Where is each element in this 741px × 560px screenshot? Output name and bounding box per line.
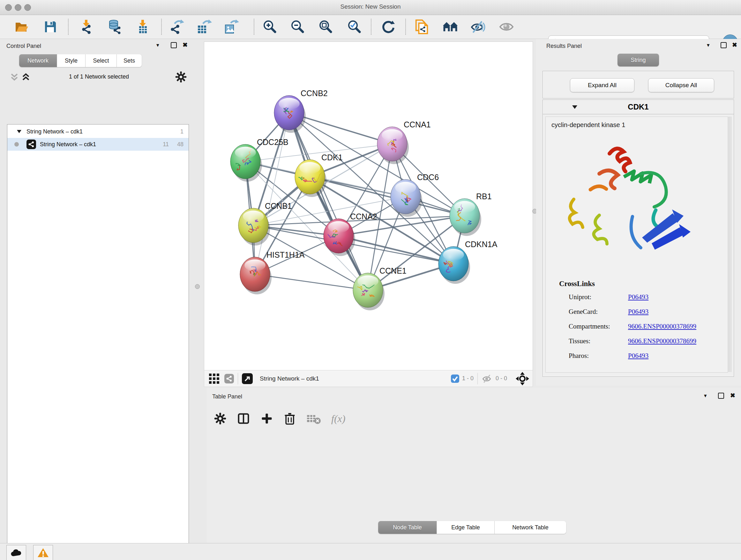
export-network-icon <box>170 19 185 35</box>
results-panel-tabs: String <box>617 54 659 66</box>
network-graph: CCNB2CCNA1CDC25BCDK1CDC6RB1CCNB1CCNA2CDK… <box>204 42 533 370</box>
crosslink-link[interactable]: 9606.ENSP00000378699 <box>628 322 696 330</box>
export-table-button[interactable] <box>197 19 212 35</box>
export-image-icon <box>224 19 239 35</box>
network-view-title: String Network – cdk1 <box>260 375 451 382</box>
zoom-selected-button[interactable] <box>347 19 362 35</box>
open-session-button[interactable] <box>14 19 29 35</box>
panel-float-icon[interactable] <box>171 42 177 48</box>
export-table-icon <box>197 19 212 35</box>
warning-icon <box>37 548 49 558</box>
hidden-eye-slash-icon[interactable] <box>482 374 493 383</box>
tab-select[interactable]: Select <box>85 54 117 67</box>
network-canvas[interactable]: CCNB2CCNA1CDC25BCDK1CDC6RB1CCNB1CCNA2CDK… <box>204 42 533 370</box>
open-in-window-icon[interactable] <box>242 373 253 384</box>
crosslink-link[interactable]: 9606.ENSP00000378699 <box>628 337 696 345</box>
tab-node-table[interactable]: Node Table <box>378 521 437 534</box>
protein-section-header[interactable]: CDK1 <box>543 100 734 114</box>
section-expander-icon[interactable] <box>571 105 578 110</box>
collection-expander-icon[interactable] <box>16 129 22 134</box>
first-neighbors-button[interactable] <box>443 19 458 35</box>
protein-structure-image <box>558 136 702 273</box>
node-label-CCNA2: CCNA2 <box>350 212 377 221</box>
cloud-services-button[interactable] <box>6 545 26 560</box>
delete-column-icon[interactable] <box>283 412 296 425</box>
export-network-button[interactable] <box>170 19 185 35</box>
network-edge-CCNB2-CCNE1[interactable] <box>289 113 368 290</box>
toolbar-separator <box>68 19 69 35</box>
birds-eye-view-icon[interactable] <box>515 372 529 386</box>
panel-float-icon[interactable] <box>718 393 724 399</box>
node-label-CDK1: CDK1 <box>321 153 343 162</box>
first-neighbors-icon <box>443 20 458 34</box>
refresh-icon <box>381 19 396 34</box>
panel-float-icon[interactable] <box>721 42 727 48</box>
tab-network[interactable]: Network <box>19 54 57 67</box>
show-all-button[interactable] <box>499 19 514 35</box>
grid-view-icon[interactable] <box>208 373 220 384</box>
show-columns-icon[interactable] <box>237 412 250 425</box>
toolbar-separator <box>405 19 406 35</box>
add-column-icon[interactable] <box>260 412 273 425</box>
protein-name: CDK1 <box>578 103 698 111</box>
zoom-in-button[interactable] <box>262 19 277 35</box>
control-panel-title: Control Panel <box>6 43 41 50</box>
zoom-fit-button[interactable] <box>318 19 333 35</box>
panel-menu-icon[interactable]: ▾ <box>707 42 710 49</box>
tab-edge-table[interactable]: Edge Table <box>437 521 495 534</box>
import-network-database-button[interactable] <box>107 19 122 35</box>
table-options-gear-icon[interactable] <box>214 412 226 425</box>
panel-close-icon[interactable]: ✖ <box>732 41 737 49</box>
crosslink-label: Uniprot: <box>569 293 591 301</box>
import-network-icon <box>79 19 93 35</box>
apply-layout-button[interactable] <box>381 19 396 35</box>
delete-table-icon[interactable] <box>307 413 321 425</box>
eye-icon <box>499 20 514 34</box>
function-builder-icon[interactable]: f(x) <box>331 413 345 425</box>
crosslink-label: Pharos: <box>569 352 589 360</box>
warnings-button[interactable] <box>33 545 53 560</box>
panel-close-icon[interactable]: ✖ <box>730 392 735 399</box>
tab-sets[interactable]: Sets <box>117 54 142 67</box>
tab-string[interactable]: String <box>617 54 659 66</box>
tab-style[interactable]: Style <box>57 54 85 67</box>
zoom-out-button[interactable] <box>290 19 305 35</box>
panel-close-icon[interactable]: ✖ <box>183 41 188 49</box>
network-thumbnail-icon[interactable] <box>224 374 234 383</box>
import-network-file-button[interactable] <box>78 19 94 35</box>
network-edge-CCNE1-HIST1H1A[interactable] <box>255 274 368 290</box>
export-image-button[interactable] <box>224 19 239 35</box>
network-row[interactable]: String Network – cdk1 11 48 <box>7 138 189 151</box>
title-bar: Session: New Session <box>0 0 741 15</box>
panel-menu-icon[interactable]: ▾ <box>704 392 707 399</box>
crosslink-link[interactable]: P06493 <box>628 293 649 301</box>
table-panel-title: Table Panel <box>212 393 242 400</box>
footer-separator <box>477 373 478 384</box>
collection-name: String Network – cdk1 <box>26 128 180 135</box>
expand-all-networks-icon[interactable] <box>10 73 19 83</box>
clone-network-button[interactable] <box>414 19 429 35</box>
network-edge-CDK1-RB1[interactable] <box>310 177 465 216</box>
selected-checkbox-icon[interactable] <box>451 374 460 383</box>
protein-details: cyclin-dependent kinase 1 CrossLinks Uni… <box>545 117 728 373</box>
hidden-nodes-edges-count: 0 - 0 <box>495 375 507 382</box>
collapse-all-button[interactable]: Collapse All <box>648 78 714 92</box>
network-collection-row[interactable]: String Network – cdk1 1 <box>7 125 189 138</box>
crosslink-link[interactable]: P06493 <box>628 352 649 360</box>
collapse-all-networks-icon[interactable] <box>21 73 30 83</box>
tab-network-table[interactable]: Network Table <box>495 521 566 534</box>
node-label-RB1: RB1 <box>476 192 492 201</box>
network-list: String Network – cdk1 1 String Network –… <box>7 124 189 560</box>
hide-selected-button[interactable] <box>470 19 486 35</box>
node-label-CCNA1: CCNA1 <box>404 120 431 129</box>
crosslink-label: Compartments: <box>569 322 610 330</box>
panel-menu-icon[interactable]: ▾ <box>156 42 159 49</box>
crosslink-link[interactable]: P06493 <box>628 308 649 316</box>
results-panel-title: Results Panel <box>546 43 582 50</box>
network-options-gear-button[interactable] <box>175 71 187 84</box>
vertical-splitter-handle[interactable] <box>195 284 200 289</box>
import-table-button[interactable] <box>135 19 150 35</box>
save-session-button[interactable] <box>43 19 58 35</box>
results-scrollbar[interactable] <box>729 117 732 372</box>
expand-all-button[interactable]: Expand All <box>570 78 634 92</box>
